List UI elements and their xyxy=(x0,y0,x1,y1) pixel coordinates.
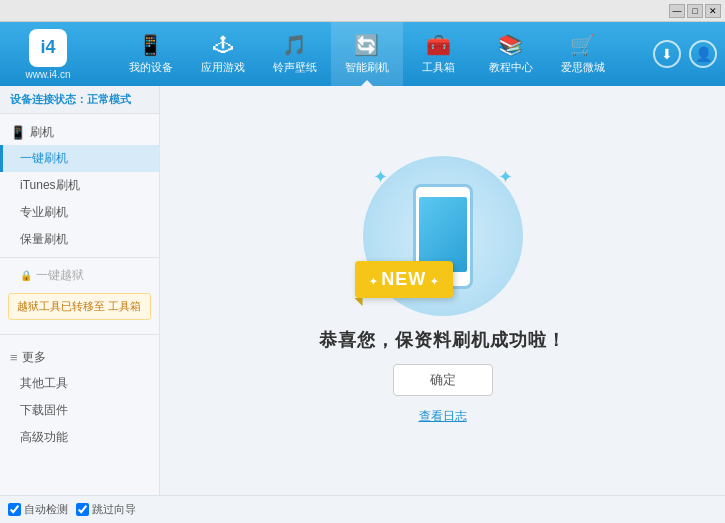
nav-item-apps-games[interactable]: 🕹 应用游戏 xyxy=(187,22,259,86)
sidebar: 设备连接状态：正常模式 📱 刷机 一键刷机 iTunes刷机 专业刷机 保量刷机… xyxy=(0,86,160,495)
logo-icon: i4 xyxy=(29,29,67,67)
tutorials-icon: 📚 xyxy=(498,33,523,57)
logo-text: i4 xyxy=(40,37,55,58)
nav-item-smart-flash[interactable]: 🔄 智能刷机 xyxy=(331,22,403,86)
success-text: 恭喜您，保资料刷机成功啦！ xyxy=(319,328,566,352)
maximize-button[interactable]: □ xyxy=(687,4,703,18)
download-button[interactable]: ⬇ xyxy=(653,40,681,68)
nav-items: 📱 我的设备 🕹 应用游戏 🎵 铃声壁纸 🔄 智能刷机 🧰 工具箱 📚 教程中心… xyxy=(88,22,645,86)
minimize-button[interactable]: — xyxy=(669,4,685,18)
sidebar-item-jailbreak: 🔒 一键越狱 xyxy=(0,262,159,289)
skip-wizard-checkbox[interactable] xyxy=(76,503,89,516)
sidebar-divider-2 xyxy=(0,334,159,335)
toolbox-icon: 🧰 xyxy=(426,33,451,57)
checkbox-device-row: 自动检测 跳过向导 📱 iPhone 12 mini 64GB Down-12m… xyxy=(0,495,725,523)
nav-right-buttons: ⬇ 👤 xyxy=(653,40,717,68)
flash-section: 📱 刷机 一键刷机 iTunes刷机 专业刷机 保量刷机 🔒 一键越狱 越狱工具… xyxy=(0,114,159,330)
sparkle-topleft: ✦ xyxy=(373,166,388,188)
nav-bar: i4 www.i4.cn 📱 我的设备 🕹 应用游戏 🎵 铃声壁纸 🔄 智能刷机… xyxy=(0,22,725,86)
sidebar-item-save-flash[interactable]: 保量刷机 xyxy=(0,226,159,253)
apps-games-icon: 🕹 xyxy=(213,34,233,57)
skip-wizard-checkbox-label[interactable]: 跳过向导 xyxy=(76,502,136,517)
more-section-icon: ≡ xyxy=(10,350,18,365)
bottom-left-section: 自动检测 跳过向导 📱 iPhone 12 mini 64GB Down-12m… xyxy=(8,502,168,523)
more-section-label: 更多 xyxy=(22,349,46,366)
nav-item-apps-games-label: 应用游戏 xyxy=(201,60,245,75)
nav-item-toolbox-label: 工具箱 xyxy=(422,60,455,75)
more-section-header: ≡ 更多 xyxy=(0,345,159,370)
nav-item-smart-flash-label: 智能刷机 xyxy=(345,60,389,75)
nav-item-tutorials[interactable]: 📚 教程中心 xyxy=(475,22,547,86)
close-button[interactable]: ✕ xyxy=(705,4,721,18)
more-section: ≡ 更多 其他工具 下载固件 高级功能 xyxy=(0,339,159,457)
flash-section-label: 刷机 xyxy=(30,124,54,141)
sidebar-item-itunes-flash[interactable]: iTunes刷机 xyxy=(0,172,159,199)
sidebar-item-other-tools[interactable]: 其他工具 xyxy=(0,370,159,397)
nav-item-ringtones[interactable]: 🎵 铃声壁纸 xyxy=(259,22,331,86)
phone-illustration: ✦ ✦ ✦ NEW xyxy=(363,156,523,316)
auto-detect-label: 自动检测 xyxy=(24,502,68,517)
sidebar-item-advanced[interactable]: 高级功能 xyxy=(0,424,159,451)
main-layout: 设备连接状态：正常模式 📱 刷机 一键刷机 iTunes刷机 专业刷机 保量刷机… xyxy=(0,86,725,495)
status-label: 设备连接状态： xyxy=(10,93,87,105)
nav-item-weidian-label: 爱思微城 xyxy=(561,60,605,75)
auto-detect-checkbox[interactable] xyxy=(8,503,21,516)
checkboxes-row: 自动检测 跳过向导 xyxy=(8,502,168,517)
nav-item-my-device[interactable]: 📱 我的设备 xyxy=(115,22,187,86)
ribbon-fold xyxy=(355,298,363,306)
title-bar: — □ ✕ xyxy=(0,0,725,22)
jailbreak-label: 一键越狱 xyxy=(36,267,84,284)
sidebar-divider-1 xyxy=(0,257,159,258)
weidian-icon: 🛒 xyxy=(570,33,595,57)
nav-item-my-device-label: 我的设备 xyxy=(129,60,173,75)
logo-subtitle: www.i4.cn xyxy=(25,69,70,80)
skip-wizard-label: 跳过向导 xyxy=(92,502,136,517)
main-content: ✦ ✦ ✦ NEW 恭喜您，保资料刷机成功啦！ 确定 查看日志 xyxy=(160,86,725,495)
sidebar-status: 设备连接状态：正常模式 xyxy=(0,86,159,114)
sidebar-item-onekey-flash[interactable]: 一键刷机 xyxy=(0,145,159,172)
sidebar-warning-box: 越狱工具已转移至 工具箱 xyxy=(8,293,151,320)
ringtones-icon: 🎵 xyxy=(282,33,307,57)
lock-icon: 🔒 xyxy=(20,270,32,281)
app-logo: i4 www.i4.cn xyxy=(8,29,88,80)
confirm-button[interactable]: 确定 xyxy=(393,364,493,396)
sidebar-item-pro-flash[interactable]: 专业刷机 xyxy=(0,199,159,226)
flash-section-icon: 📱 xyxy=(10,125,26,140)
new-ribbon: NEW xyxy=(355,261,454,298)
user-button[interactable]: 👤 xyxy=(689,40,717,68)
nav-item-weidian[interactable]: 🛒 爱思微城 xyxy=(547,22,619,86)
retry-link[interactable]: 查看日志 xyxy=(419,408,467,425)
flash-section-header: 📱 刷机 xyxy=(0,120,159,145)
nav-item-tutorials-label: 教程中心 xyxy=(489,60,533,75)
sparkle-topright: ✦ xyxy=(498,166,513,188)
status-value: 正常模式 xyxy=(87,93,131,105)
auto-detect-checkbox-label[interactable]: 自动检测 xyxy=(8,502,68,517)
smart-flash-icon: 🔄 xyxy=(354,33,379,57)
nav-item-toolbox[interactable]: 🧰 工具箱 xyxy=(403,22,475,86)
sidebar-item-download-firmware[interactable]: 下载固件 xyxy=(0,397,159,424)
nav-item-ringtones-label: 铃声壁纸 xyxy=(273,60,317,75)
success-illustration: ✦ ✦ ✦ NEW 恭喜您，保资料刷机成功啦！ 确定 查看日志 xyxy=(319,156,566,425)
my-device-icon: 📱 xyxy=(138,33,163,57)
